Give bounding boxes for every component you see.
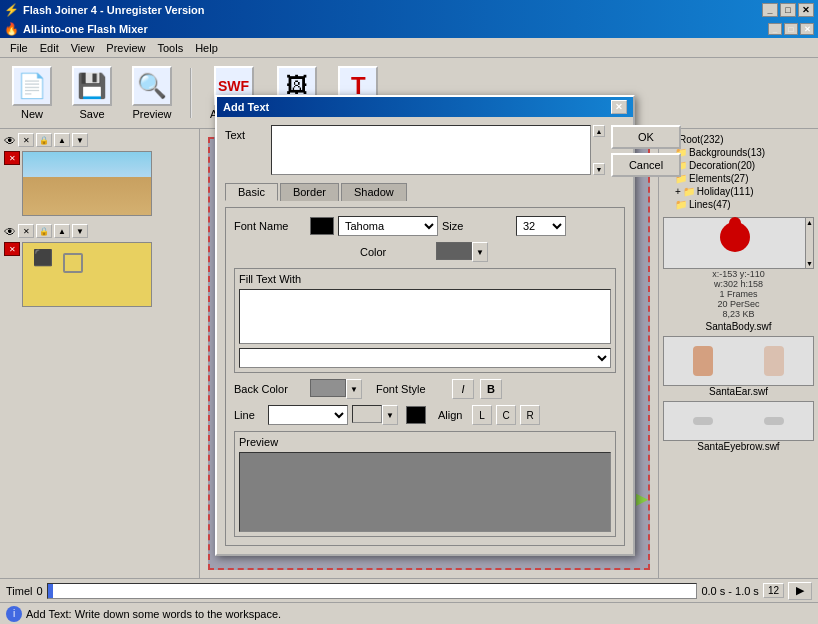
tab-border[interactable]: Border xyxy=(280,183,339,201)
back-color-label: Back Color xyxy=(234,383,304,395)
ok-label: OK xyxy=(638,131,654,143)
fill-label: Fill Text With xyxy=(239,273,611,285)
font-color-swatch[interactable] xyxy=(310,217,334,235)
add-text-dialog: Add Text ✕ Text ▲ ▼ xyxy=(215,95,635,556)
dialog-title-label: Add Text xyxy=(223,101,269,113)
fill-select[interactable] xyxy=(239,348,611,368)
fill-select-container xyxy=(239,348,611,368)
fill-preview-area xyxy=(239,289,611,344)
bold-icon: B xyxy=(487,383,495,395)
size-select[interactable]: 32 xyxy=(516,216,566,236)
preview-area xyxy=(239,452,611,532)
color-row: Color ▼ xyxy=(234,242,616,262)
size-label: Size xyxy=(442,220,512,232)
fill-section: Fill Text With xyxy=(234,268,616,373)
back-color-row: Back Color ▼ Font Style I B xyxy=(234,379,616,399)
size-select-container: 32 xyxy=(516,216,566,236)
font-style-label: Font Style xyxy=(376,383,446,395)
line-label: Line xyxy=(234,409,264,421)
align-left-button[interactable]: L xyxy=(472,405,492,425)
dialog-body: Text ▲ ▼ OK Cancel xyxy=(217,117,633,554)
tab-shadow-label: Shadow xyxy=(354,186,394,198)
tab-shadow[interactable]: Shadow xyxy=(341,183,407,201)
cancel-button[interactable]: Cancel xyxy=(611,153,681,177)
text-input-area: ▲ ▼ xyxy=(271,125,605,175)
italic-icon: I xyxy=(461,383,464,395)
bold-button[interactable]: B xyxy=(480,379,502,399)
preview-label: Preview xyxy=(239,436,611,448)
text-scrollbar: ▲ ▼ xyxy=(593,125,605,175)
font-name-label: Font Name xyxy=(234,220,304,232)
line-select-container xyxy=(268,405,348,425)
line-style-container: ▼ xyxy=(352,405,398,425)
dialog-overlay: Add Text ✕ Text ▲ ▼ xyxy=(0,0,818,624)
color-label: Color xyxy=(360,246,430,258)
line-style-arrow[interactable]: ▼ xyxy=(382,405,398,425)
color-swatch[interactable] xyxy=(436,242,472,260)
back-color-container: ▼ xyxy=(310,379,362,399)
line-style-preview xyxy=(352,405,382,423)
back-color-swatch[interactable] xyxy=(310,379,346,397)
ok-button[interactable]: OK xyxy=(611,125,681,149)
scroll-up-text[interactable]: ▲ xyxy=(593,125,605,137)
font-name-select[interactable]: Tahoma xyxy=(338,216,438,236)
text-field-label: Text xyxy=(225,125,265,145)
dialog-title-bar: Add Text ✕ xyxy=(217,97,633,117)
tab-basic[interactable]: Basic xyxy=(225,183,278,201)
cancel-label: Cancel xyxy=(629,159,663,171)
color-dropdown-arrow[interactable]: ▼ xyxy=(472,242,488,262)
tab-content-basic: Font Name Tahoma Size 32 xyxy=(225,207,625,546)
app-window: ⚡ Flash Joiner 4 - Unregister Version _ … xyxy=(0,0,818,624)
dialog-tabs: Basic Border Shadow xyxy=(225,183,625,201)
font-select-container: Tahoma xyxy=(338,216,438,236)
align-label: Align xyxy=(438,409,468,421)
italic-button[interactable]: I xyxy=(452,379,474,399)
line-row: Line ▼ Align L C xyxy=(234,405,616,425)
line-color-swatch[interactable] xyxy=(406,406,426,424)
preview-section: Preview xyxy=(234,431,616,537)
tab-basic-label: Basic xyxy=(238,186,265,198)
tab-border-label: Border xyxy=(293,186,326,198)
align-right-button[interactable]: R xyxy=(520,405,540,425)
dialog-text-row: Text ▲ ▼ OK Cancel xyxy=(225,125,625,177)
back-color-dropdown-arrow[interactable]: ▼ xyxy=(346,379,362,399)
line-select[interactable] xyxy=(268,405,348,425)
scroll-down-text[interactable]: ▼ xyxy=(593,163,605,175)
dialog-close-button[interactable]: ✕ xyxy=(611,100,627,114)
color-swatch-container: ▼ xyxy=(436,242,488,262)
text-input[interactable] xyxy=(271,125,591,175)
align-center-button[interactable]: C xyxy=(496,405,516,425)
font-name-row: Font Name Tahoma Size 32 xyxy=(234,216,616,236)
dialog-action-buttons: OK Cancel xyxy=(611,125,681,177)
